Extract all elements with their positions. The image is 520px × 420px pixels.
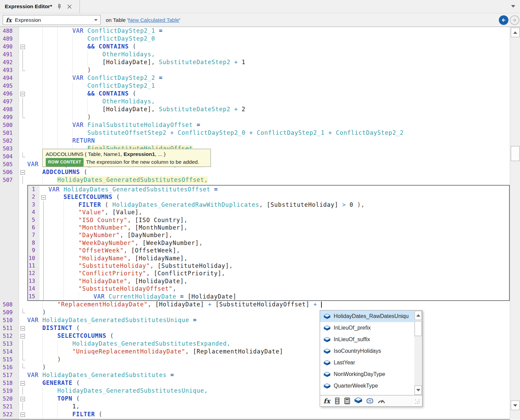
code-line-516[interactable]: 516): [0, 363, 510, 371]
navigate-forward-button[interactable]: [510, 15, 519, 25]
code-line-520[interactable]: 520TOPN (: [0, 395, 510, 403]
code-line-502[interactable]: 502RETURN: [0, 137, 510, 145]
fold-margin: [19, 348, 26, 356]
code-line-492[interactable]: 492[HolidayDate], SubstituteDateStep2 + …: [0, 58, 510, 66]
pin-icon[interactable]: [56, 3, 62, 10]
fx-filter-icon[interactable]: fx: [323, 397, 330, 405]
code-line-497[interactable]: 497OtherHolidays,: [0, 98, 510, 105]
fold-margin: [19, 129, 26, 137]
code-line-511[interactable]: 511DISTINCT (: [0, 324, 510, 332]
code-line-3[interactable]: 3FILTER ( HolidayDates_GeneratedRawWithD…: [28, 201, 509, 208]
autocomplete-item[interactable]: InLieuOf_suffix: [320, 334, 422, 345]
autocomplete-item[interactable]: QuarterWeekType: [320, 380, 422, 392]
code-line-489[interactable]: 489ConflictDayStep2_0: [0, 35, 510, 43]
line-number: 492: [0, 58, 16, 66]
editor-scrollbar-thumb[interactable]: [511, 146, 520, 161]
code-line-11[interactable]: 11"SubstituteHoliday", [SubstituteHolida…: [28, 262, 509, 270]
code-line-499[interactable]: 499): [0, 113, 510, 121]
expression-selector[interactable]: fx Expression: [3, 15, 101, 25]
code-text: [HolidayDate], SubstituteDateStep2 + 2: [27, 105, 245, 113]
code-line-2[interactable]: 2SELECTCOLUMNS (: [28, 193, 509, 201]
code-line-501[interactable]: 501SubstituteOffsetStep2 + ConflictDaySt…: [0, 129, 510, 137]
scroll-down-button[interactable]: [415, 386, 422, 395]
code-line-493[interactable]: 493): [0, 66, 510, 74]
autocomplete-item[interactable]: HolidayDates_RawDatesUniqu: [320, 310, 422, 322]
code-line-494[interactable]: 494VAR ConflictDayStep2_2 =: [0, 74, 510, 82]
code-line-498[interactable]: 498[HolidayDate], SubstituteDateStep2 + …: [0, 105, 510, 113]
resize-grip[interactable]: [415, 400, 420, 404]
navigate-back-button[interactable]: [499, 15, 508, 25]
code-line-491[interactable]: 491OtherHolidays,: [0, 50, 510, 58]
close-icon[interactable]: [67, 3, 73, 10]
code-text: ): [27, 308, 46, 316]
scrollbar-thumb[interactable]: [415, 321, 422, 336]
code-line-496[interactable]: 496&& CONTAINS (: [0, 90, 510, 98]
autocomplete-item[interactable]: LastYear: [320, 357, 422, 368]
fold-collapse-box[interactable]: [19, 90, 26, 98]
calculator-filter-icon[interactable]: [344, 397, 350, 404]
code-line-5[interactable]: 5"ISO Country", [ISO Country],: [28, 216, 509, 224]
fold-margin: [19, 363, 26, 371]
code-line-495[interactable]: 495ConflictDayStep2_1: [0, 82, 510, 90]
autocomplete-item[interactable]: IsoCountryHolidays: [320, 345, 422, 357]
fold-collapse-box[interactable]: [19, 410, 26, 418]
code-line-514[interactable]: 514"UniuqeReplacementHolidayDate", [Repl…: [0, 348, 510, 356]
chevron-down-icon[interactable]: [94, 19, 98, 21]
fold-collapse-box[interactable]: [40, 193, 47, 201]
editor-scroll-down-button[interactable]: [511, 401, 520, 410]
code-line-509[interactable]: 509): [0, 308, 510, 316]
code-line-10[interactable]: 10"HolidayName", [HolidayName],: [28, 255, 509, 262]
code-line-12[interactable]: 12"ConflictPriority", [ConflictPriority]…: [28, 270, 509, 277]
code-line-1[interactable]: 1VAR HolidayDates_GeneratedSubstitutesOf…: [28, 186, 509, 193]
table-link[interactable]: New Calculated Table: [128, 17, 179, 23]
code-line-488[interactable]: 488VAR ConflictDayStep2_1 =: [0, 27, 510, 35]
code-line-7[interactable]: 7"DayNumber", [DayNumber],: [28, 231, 509, 239]
code-line-508[interactable]: 508"ReplacementHolidayDate", [HolidayDat…: [0, 301, 510, 308]
code-line-8[interactable]: 8"WeekDayNumber", [WeekDayNumber],: [28, 239, 509, 247]
table-filter-icon[interactable]: [355, 397, 362, 405]
window-menu-caret-icon[interactable]: [511, 5, 515, 8]
fold-collapse-box[interactable]: [19, 379, 26, 387]
autocomplete-item[interactable]: [320, 392, 422, 395]
code-line-490[interactable]: 490&& CONTAINS (: [0, 43, 510, 50]
tab-expression-editor[interactable]: Expression Editor*: [0, 0, 80, 13]
code-line-519[interactable]: 519HolidayDates_GeneratedSubstitutesUniq…: [0, 387, 510, 395]
fold-collapse-box[interactable]: [19, 324, 26, 332]
code-line-4[interactable]: 4"Value", [Value],: [28, 208, 509, 216]
fold-margin: [19, 74, 26, 82]
code-line-500[interactable]: 500VAR FinalSubstituteHolidayOffset =: [0, 121, 510, 129]
kpi-gauge-filter-icon[interactable]: [378, 399, 385, 404]
fold-collapse-box[interactable]: [19, 332, 26, 340]
editor-scroll-up-button[interactable]: [511, 28, 520, 37]
code-line-522[interactable]: 522FILTER (: [0, 410, 510, 418]
inline-expression-block[interactable]: 1VAR HolidayDates_GeneratedSubstitutesOf…: [27, 185, 510, 301]
autocomplete-item[interactable]: NonWorkingDayType: [320, 368, 422, 380]
autocomplete-item[interactable]: InLieuOf_prefix: [320, 322, 422, 334]
code-line-9[interactable]: 9"OffsetWeek", [OffsetWeek],: [28, 247, 509, 254]
dax-code-editor[interactable]: 488VAR ConflictDayStep2_1 =489ConflictDa…: [0, 27, 520, 420]
code-line-518[interactable]: 518GENERATE (: [0, 379, 510, 387]
fold-collapse-box[interactable]: [19, 43, 26, 50]
fold-collapse-box[interactable]: [19, 168, 26, 176]
code-line-517[interactable]: 517VAR HolidayDates_GeneratedSubstitutes…: [0, 371, 510, 379]
code-line-512[interactable]: 512SELECTCOLUMNS (: [0, 332, 510, 340]
code-line-506[interactable]: 506ADDCOLUMNS (: [0, 168, 510, 176]
measure-filter-icon[interactable]: [366, 398, 373, 404]
autocomplete-scrollbar[interactable]: [414, 310, 422, 395]
code-text: "HolidayDate", [HolidayDate],: [48, 277, 188, 285]
code-line-510[interactable]: 510VAR HolidayDates_GeneratedSubstitutes…: [0, 316, 510, 324]
code-line-513[interactable]: 513HolidayDates_GeneratedSubstitutesExpa…: [0, 340, 510, 348]
fold-collapse-box[interactable]: [19, 395, 26, 403]
scroll-up-button[interactable]: [415, 311, 422, 320]
editor-scrollbar[interactable]: [510, 27, 520, 420]
code-text: "OffsetWeek", [OffsetWeek],: [48, 247, 180, 254]
code-line-13[interactable]: 13"HolidayDate", [HolidayDate],: [28, 277, 509, 285]
code-line-14[interactable]: 14"SubstituteHolidayOffset",: [28, 285, 509, 292]
line-number: 14: [28, 285, 38, 292]
code-line-15[interactable]: 15VAR CurrentHolidayDate = [HolidayDate]: [28, 293, 509, 300]
code-line-6[interactable]: 6"MonthNumber", [MonthNumber],: [28, 224, 509, 231]
code-line-521[interactable]: 5211,: [0, 403, 510, 410]
code-line-507[interactable]: 507HolidayDates_GeneratedSubstitutesOffs…: [0, 176, 510, 184]
column-filter-icon[interactable]: [335, 397, 340, 404]
code-line-515[interactable]: 515): [0, 356, 510, 363]
